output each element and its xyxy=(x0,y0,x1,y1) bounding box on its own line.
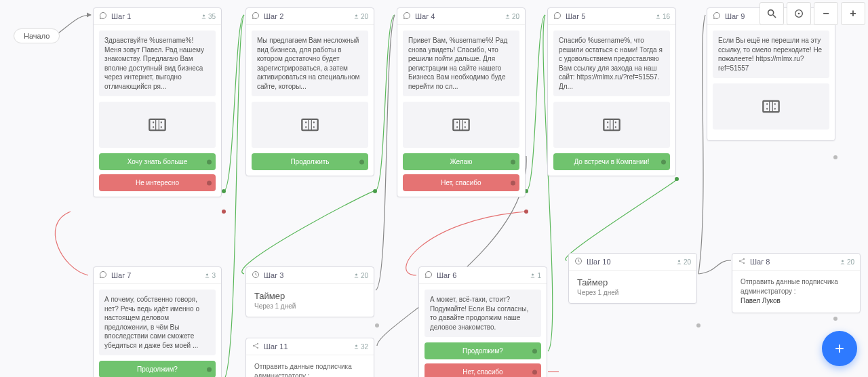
node-step-5[interactable]: Шаг 5 16 Спасибо %username%, что решили … xyxy=(547,7,676,176)
chat-icon xyxy=(99,12,107,21)
media-placeholder xyxy=(99,102,216,148)
reply-btn-positive[interactable]: Хочу знать больше xyxy=(99,153,216,170)
node-title: Шаг 8 xyxy=(750,258,840,266)
subscriber-count: 35 xyxy=(201,13,216,20)
message-text: Спасибо %username%, что решили остаться … xyxy=(553,31,670,96)
node-title: Шаг 11 xyxy=(264,342,353,351)
reply-btn-positive[interactable]: Продолжим? xyxy=(425,342,541,359)
center-button[interactable] xyxy=(787,2,811,25)
svg-point-46 xyxy=(766,108,768,109)
svg-point-48 xyxy=(774,108,776,109)
reply-btn-positive[interactable]: Желаю xyxy=(403,153,519,170)
svg-rect-12 xyxy=(149,119,165,130)
add-fab[interactable]: + xyxy=(822,331,857,366)
message-text: А почему, собственно говоря, нет? Речь в… xyxy=(99,290,216,355)
node-step-11[interactable]: Шаг 11 32 Отправить данные подписчика ад… xyxy=(245,338,374,377)
svg-point-27 xyxy=(507,14,509,16)
svg-point-9 xyxy=(696,323,701,328)
subscriber-count: 20 xyxy=(840,258,854,266)
svg-point-23 xyxy=(313,121,315,123)
svg-point-57 xyxy=(355,344,357,346)
message-text: Мы предлагаем Вам несложный вид бизнеса,… xyxy=(252,31,368,96)
svg-point-3 xyxy=(222,210,226,214)
node-step-8[interactable]: Шаг 8 20 Отправить данные подписчика адм… xyxy=(732,253,861,313)
chat-icon xyxy=(713,12,721,21)
svg-point-19 xyxy=(355,14,357,16)
flow-canvas[interactable]: Начало Шаг 1 35 Здравствуйте %username%!… xyxy=(0,0,868,377)
zoom-in-button[interactable]: + xyxy=(841,2,865,25)
svg-point-47 xyxy=(774,103,776,104)
svg-point-7 xyxy=(675,177,679,181)
subscriber-count: 20 xyxy=(505,13,519,20)
svg-point-64 xyxy=(842,260,844,262)
svg-point-6 xyxy=(524,210,528,214)
zoom-out-button[interactable]: − xyxy=(814,2,838,25)
node-step-1[interactable]: Шаг 1 35 Здравствуйте %username%! Меня з… xyxy=(93,7,222,197)
svg-point-1 xyxy=(833,155,837,159)
message-text: Здравствуйте %username%! Меня зовут Паве… xyxy=(99,31,216,96)
chat-icon xyxy=(99,271,107,280)
svg-point-56 xyxy=(257,347,258,349)
svg-point-4 xyxy=(373,189,377,193)
message-text: А может, всё-таки, стоит? Подумайте! Есл… xyxy=(425,290,541,337)
reply-btn-negative[interactable]: Нет, спасибо xyxy=(403,174,519,191)
media-placeholder xyxy=(553,102,670,148)
svg-line-66 xyxy=(773,15,776,18)
node-title: Шаг 5 xyxy=(566,12,655,20)
svg-point-60 xyxy=(678,260,680,262)
subscriber-count: 20 xyxy=(676,258,691,266)
reply-btn-negative[interactable]: Не интересно xyxy=(99,174,216,191)
node-step-6[interactable]: Шаг 6 1 А может, всё-таки, стоит? Подума… xyxy=(418,266,547,377)
svg-point-29 xyxy=(456,121,458,123)
node-step-10[interactable]: Шаг 10 20 Таймер Через 1 дней xyxy=(568,253,697,304)
message-text: Привет Вам, %username%! Рад снова увидет… xyxy=(403,31,519,96)
reply-btn-continue[interactable]: Продолжить xyxy=(252,153,368,170)
node-title: Шаг 3 xyxy=(264,271,353,279)
svg-point-31 xyxy=(465,121,466,123)
reply-btn-positive[interactable]: До встречи в Компании! xyxy=(553,153,670,170)
search-button[interactable] xyxy=(760,2,784,25)
node-title: Шаг 4 xyxy=(415,12,505,20)
svg-point-45 xyxy=(766,103,768,104)
svg-point-32 xyxy=(465,126,466,127)
svg-point-61 xyxy=(739,260,741,262)
subscriber-count: 1 xyxy=(530,272,541,279)
svg-point-10 xyxy=(375,323,379,328)
reply-btn-positive[interactable]: Продолжим? xyxy=(99,361,216,377)
svg-point-24 xyxy=(313,126,315,127)
node-step-4[interactable]: Шаг 4 20 Привет Вам, %username%! Рад сно… xyxy=(397,7,526,197)
share-icon xyxy=(738,257,746,266)
message-text: Если Вы ещё не перешли на эту ссылку, то… xyxy=(713,31,829,78)
timer-sub: Через 1 дней xyxy=(577,289,688,296)
node-step-7[interactable]: Шаг 7 3 А почему, собственно говоря, нет… xyxy=(93,266,222,377)
svg-point-38 xyxy=(607,126,608,127)
subscriber-count: 20 xyxy=(353,272,368,279)
node-title: Шаг 6 xyxy=(437,271,530,279)
svg-point-55 xyxy=(257,343,258,344)
timer-title: Таймер xyxy=(577,277,688,287)
node-title: Шаг 10 xyxy=(587,258,676,266)
clock-icon xyxy=(252,271,260,280)
timer-title: Таймер xyxy=(254,291,366,301)
node-step-9[interactable]: Шаг 9 20 Если Вы ещё не перешли на эту с… xyxy=(707,7,835,141)
svg-rect-28 xyxy=(453,119,469,130)
svg-point-68 xyxy=(798,13,800,15)
reply-btn-negative[interactable]: Нет, спасибо xyxy=(425,363,541,377)
admin-name: Павел Луков xyxy=(741,297,781,304)
node-title: Шаг 7 xyxy=(111,271,204,279)
node-title: Шаг 2 xyxy=(264,12,353,20)
node-step-3[interactable]: Шаг 3 20 Таймер Через 1 дней xyxy=(245,266,374,317)
svg-point-30 xyxy=(456,126,458,127)
start-label: Начало xyxy=(24,32,50,40)
node-step-2[interactable]: Шаг 2 20 Мы предлагаем Вам несложный вид… xyxy=(245,7,374,176)
chat-icon xyxy=(403,12,411,21)
svg-point-63 xyxy=(743,262,745,264)
svg-rect-44 xyxy=(763,101,778,112)
admin-text: Отправить данные подписчика администрато… xyxy=(741,277,852,296)
svg-point-40 xyxy=(615,126,616,127)
chat-icon xyxy=(425,271,433,280)
clock-icon xyxy=(574,257,583,266)
svg-point-58 xyxy=(532,273,534,275)
svg-point-2 xyxy=(222,189,226,193)
start-node[interactable]: Начало xyxy=(14,28,60,43)
